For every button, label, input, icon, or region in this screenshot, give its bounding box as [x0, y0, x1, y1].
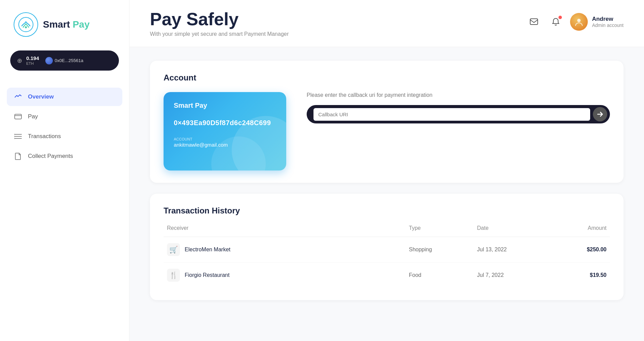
header-title-area: Pay Safely With your simple yet secure a… — [150, 10, 289, 37]
logo-text: Smart Pay — [43, 19, 90, 30]
transaction-section-title: Transaction History — [164, 206, 610, 216]
account-section-title: Account — [164, 73, 610, 83]
callback-area: Please enter the callback uri for paymen… — [307, 92, 610, 123]
payment-card: Smart Pay 0×493Ea90D5f87d6c248C699 Accou… — [164, 92, 286, 170]
chart-icon — [14, 92, 22, 101]
callback-uri-input[interactable] — [313, 108, 590, 121]
mail-button[interactable] — [526, 14, 541, 29]
svg-point-7 — [14, 134, 15, 135]
eth-ball-icon — [45, 57, 53, 64]
transaction-date: Jul 7, 2022 — [477, 272, 545, 278]
transaction-date: Jul 13, 2022 — [477, 247, 545, 253]
account-content: Smart Pay 0×493Ea90D5f87d6c248C699 Accou… — [164, 92, 610, 170]
col-receiver: Receiver — [167, 225, 409, 231]
table-header: Receiver Type Date Amount — [164, 225, 610, 237]
wallet-balance: 0.194 ETH — [26, 55, 39, 66]
transaction-amount: $19.50 — [545, 272, 607, 278]
avatar — [570, 13, 588, 31]
col-date: Date — [477, 225, 545, 231]
callback-submit-button[interactable] — [593, 107, 607, 121]
page-title: Pay Safely — [150, 10, 289, 29]
header-actions: Andrew Admin account — [526, 13, 624, 31]
logo-icon — [14, 12, 38, 37]
table-row: 🛒 ElectroMen Market Shopping Jul 13, 202… — [164, 237, 610, 263]
sidebar-item-collect-payments[interactable]: Collect Payments — [7, 147, 122, 165]
main-content: Pay Safely With your simple yet secure a… — [129, 0, 644, 341]
nav-menu: Overview Pay Tra — [0, 81, 129, 172]
transaction-section: Transaction History Receiver Type Date A… — [150, 194, 624, 300]
wallet-widget[interactable]: ⊕ 0.194 ETH 0x0E...25561a — [10, 50, 119, 71]
callback-input-row — [307, 105, 610, 123]
transaction-type: Shopping — [409, 247, 477, 253]
wallet-address: 0x0E...25561a — [45, 57, 83, 64]
col-amount: Amount — [545, 225, 607, 231]
logo-area: Smart Pay — [0, 0, 129, 47]
svg-point-1 — [25, 26, 27, 28]
svg-point-11 — [577, 19, 581, 22]
account-section: Account Smart Pay 0×493Ea90D5f87d6c248C6… — [150, 61, 624, 183]
doc-icon — [14, 152, 22, 161]
page-subtitle: With your simple yet secure and smart Pa… — [150, 31, 289, 37]
svg-point-8 — [14, 136, 15, 137]
wallet-icon: ⊕ — [17, 57, 22, 64]
card-brand: Smart Pay — [174, 102, 276, 109]
sidebar-item-transactions[interactable]: Transactions — [7, 127, 122, 146]
sidebar: Smart Pay ⊕ 0.194 ETH 0x0E...25561a Over… — [0, 0, 129, 341]
svg-rect-2 — [15, 114, 21, 119]
callback-hint: Please enter the callback uri for paymen… — [307, 92, 610, 98]
receiver-cell: 🛒 ElectroMen Market — [167, 243, 409, 256]
svg-rect-10 — [530, 19, 538, 25]
col-type: Type — [409, 225, 477, 231]
notification-badge — [558, 16, 562, 19]
transaction-amount: $250.00 — [545, 247, 607, 253]
receiver-cell: 🍴 Fiorgio Restaurant — [167, 269, 409, 282]
list-icon — [14, 132, 22, 141]
svg-point-9 — [14, 138, 15, 139]
content-area: Account Smart Pay 0×493Ea90D5f87d6c248C6… — [129, 47, 644, 341]
cart-icon: 🛒 — [167, 243, 180, 256]
food-icon: 🍴 — [167, 269, 180, 282]
notifications-button[interactable] — [548, 14, 563, 29]
sidebar-item-pay[interactable]: Pay — [7, 107, 122, 126]
user-info[interactable]: Andrew Admin account — [570, 13, 624, 31]
receiver-name: Fiorgio Restaurant — [185, 272, 230, 278]
card-icon — [14, 112, 22, 121]
header: Pay Safely With your simple yet secure a… — [129, 0, 644, 47]
user-details: Andrew Admin account — [592, 16, 624, 28]
sidebar-item-overview[interactable]: Overview — [7, 88, 122, 106]
table-row: 🍴 Fiorgio Restaurant Food Jul 7, 2022 $1… — [164, 263, 610, 288]
receiver-name: ElectroMen Market — [185, 247, 230, 253]
transaction-type: Food — [409, 272, 477, 278]
